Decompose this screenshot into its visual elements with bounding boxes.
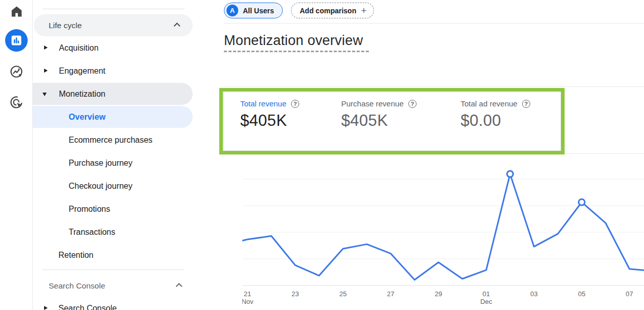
advertising-icon-glyph (9, 95, 24, 109)
reports-active-circle (5, 29, 28, 52)
sidebar-item-label: Checkout journey (33, 182, 133, 191)
add-comparison-button[interactable]: Add comparison + (291, 3, 374, 18)
sidebar-item-purchase-journey[interactable]: Purchase journey (33, 152, 193, 174)
segment-a-avatar: A (226, 5, 238, 16)
all-users-segment-chip[interactable]: A All Users (224, 3, 283, 18)
chevron-up-icon (176, 283, 182, 290)
explore-icon[interactable] (0, 64, 33, 79)
help-icon[interactable]: ? (522, 100, 530, 108)
sidebar-collection-life-cycle[interactable]: Life cycle (34, 14, 193, 36)
caret-right-icon (44, 69, 48, 73)
svg-text:23: 23 (292, 290, 299, 298)
add-comparison-label: Add comparison (300, 7, 356, 15)
sidebar-item-label: Promotions (33, 205, 110, 214)
explore-icon-glyph (9, 64, 24, 79)
caret-right-icon (44, 46, 48, 50)
metric-value: $0.00 (461, 112, 530, 130)
sidebar-item-ecommerce-purchases[interactable]: Ecommerce purchases (33, 129, 193, 151)
help-icon[interactable]: ? (291, 100, 299, 108)
metric-value: $405K (240, 112, 299, 130)
svg-text:Dec: Dec (480, 298, 492, 305)
sidebar-item-label: Retention (33, 251, 94, 260)
life-cycle-label: Life cycle (49, 21, 82, 30)
sidebar-item-label: Ecommerce purchases (33, 136, 153, 145)
advertising-icon[interactable] (0, 95, 33, 109)
sidebar-item-label: Transactions (33, 228, 115, 237)
metric-value: $405K (341, 112, 417, 130)
help-icon[interactable]: ? (408, 100, 417, 108)
sidebar-divider-top (43, 9, 184, 9)
svg-text:21: 21 (244, 290, 251, 298)
svg-text:03: 03 (530, 290, 537, 298)
header-divider (223, 23, 644, 24)
sidebar-item-label: Purchase journey (33, 159, 133, 168)
sidebar-item-label: Overview (33, 113, 106, 122)
svg-text:07: 07 (626, 290, 633, 298)
sidebar-item-acquisition[interactable]: Acquisition (33, 37, 193, 59)
sidebar-item-promotions[interactable]: Promotions (33, 198, 193, 220)
reports-icon[interactable] (0, 29, 33, 52)
scorecard-bottom-border (223, 153, 644, 154)
all-users-label: All Users (243, 7, 274, 15)
total-revenue-line-chart[interactable]: 21Nov2325272901Dec030507 (242, 159, 644, 310)
sidebar-item-checkout-journey[interactable]: Checkout journey (33, 175, 193, 197)
metric-purchase-revenue[interactable]: Purchase revenue ? $405K (341, 99, 417, 130)
caret-down-icon (43, 93, 47, 96)
svg-text:05: 05 (578, 290, 585, 298)
sidebar-item-overview[interactable]: Overview (33, 106, 193, 128)
metric-total-ad-revenue[interactable]: Total ad revenue ? $0.00 (461, 99, 530, 130)
bar-chart-icon-glyph (10, 34, 23, 47)
svg-text:27: 27 (387, 290, 394, 298)
svg-text:29: 29 (435, 290, 442, 298)
sidebar-divider-bottom (43, 270, 184, 270)
metric-label: Total ad revenue (461, 99, 517, 108)
chevron-up-icon (174, 23, 180, 29)
search-console-header-label: Search Console (49, 281, 105, 291)
sidebar-item-transactions[interactable]: Transactions (33, 221, 193, 243)
home-icon-glyph (10, 5, 24, 18)
page-title-dashed-underline (224, 51, 369, 52)
sidebar-item-label: Acquisition (33, 43, 98, 53)
svg-text:01: 01 (483, 290, 490, 298)
left-nav-rail (0, 0, 33, 310)
sidebar-item-monetization[interactable]: Monetization (33, 83, 193, 105)
sidebar-item-engagement[interactable]: Engagement (33, 60, 193, 82)
sidebar-item-search-console[interactable]: Search Console (33, 297, 193, 310)
svg-text:Nov: Nov (242, 298, 254, 305)
metric-label: Purchase revenue (341, 99, 404, 108)
sidebar-collection-search-console[interactable]: Search Console (34, 275, 193, 297)
svg-text:25: 25 (339, 290, 346, 298)
card-top-border (223, 86, 644, 87)
sidebar-item-retention[interactable]: Retention (33, 244, 193, 266)
ga4-monetization-overview-page: Life cycle Acquisition Engagement Moneti… (0, 0, 644, 310)
metric-label: Total revenue (240, 99, 286, 108)
home-icon[interactable] (0, 5, 33, 18)
page-title: Monetization overview (224, 33, 363, 49)
plus-icon: + (361, 6, 366, 15)
caret-right-icon (44, 306, 48, 310)
metric-total-revenue[interactable]: Total revenue ? $405K (240, 99, 299, 130)
